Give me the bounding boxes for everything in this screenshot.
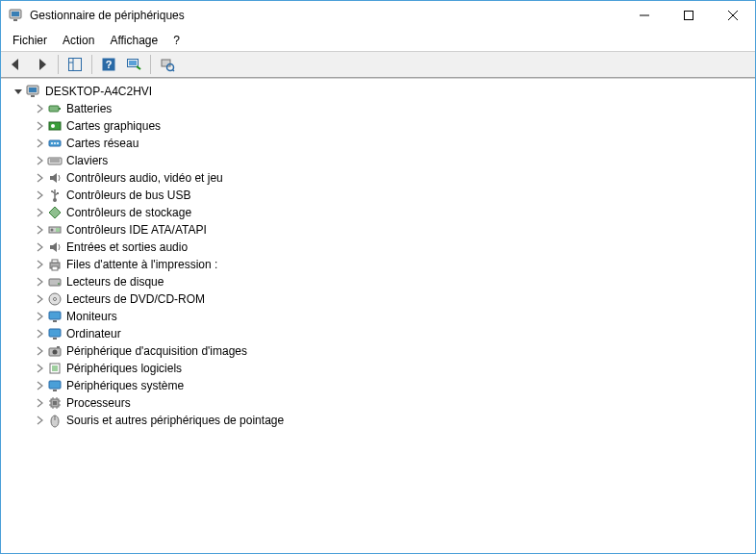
chevron-right-icon[interactable] — [34, 155, 45, 166]
chevron-right-icon[interactable] — [34, 328, 45, 340]
tree-node[interactable]: Contrôleurs de stockage — [7, 204, 755, 221]
ide-icon — [47, 222, 63, 238]
tree-root-label: DESKTOP-A4C2HVI — [45, 85, 152, 98]
svg-rect-48 — [53, 338, 57, 340]
svg-rect-46 — [53, 320, 57, 322]
tree-node[interactable]: Entrées et sorties audio — [7, 239, 755, 256]
tree-node[interactable]: Files d'attente à l'impression : — [7, 256, 755, 273]
tree-node[interactable]: Cartes réseau — [7, 135, 755, 152]
tree-node[interactable]: Périphériques système — [7, 377, 755, 394]
tree-node-label: Processeurs — [66, 396, 131, 410]
audio-io-icon — [47, 239, 63, 255]
computer-tree-icon — [9, 8, 24, 23]
camera-icon — [47, 343, 63, 359]
svg-rect-55 — [53, 390, 57, 391]
tree-node[interactable]: Contrôleurs audio, vidéo et jeu — [7, 169, 755, 187]
tree-node-label: Périphériques logiciels — [66, 362, 182, 375]
computer-icon — [47, 326, 63, 341]
usb-icon — [47, 188, 63, 203]
svg-rect-40 — [52, 266, 58, 270]
tree-node[interactable]: Ordinateur — [7, 325, 755, 342]
chevron-right-icon[interactable] — [34, 397, 45, 409]
scan-hardware-button[interactable] — [122, 54, 145, 75]
forward-button[interactable] — [30, 54, 53, 75]
tree-node[interactable]: Lecteurs de DVD/CD-ROM — [7, 290, 755, 308]
tree-node[interactable]: Batteries — [7, 100, 755, 117]
tree-node[interactable]: Cartes graphiques — [7, 117, 755, 135]
properties-button[interactable] — [156, 54, 179, 75]
chevron-right-icon[interactable] — [34, 207, 45, 218]
menu-view[interactable]: Affichage — [102, 32, 165, 49]
svg-rect-47 — [49, 329, 61, 337]
chevron-right-icon[interactable] — [34, 380, 45, 391]
window-title: Gestionnaire de périphériques — [30, 9, 622, 22]
tree-node-label: Moniteurs — [66, 310, 117, 323]
svg-rect-13 — [129, 61, 137, 65]
tree-node-label: Lecteurs de disque — [66, 275, 164, 289]
show-hide-tree-button[interactable] — [63, 54, 87, 75]
printer-icon — [47, 257, 63, 272]
chevron-right-icon[interactable] — [34, 259, 45, 270]
tree-node[interactable]: Processeurs — [7, 394, 755, 412]
chevron-right-icon[interactable] — [34, 103, 45, 114]
chevron-right-icon[interactable] — [34, 241, 45, 253]
device-tree[interactable]: DESKTOP-A4C2HVI BatteriesCartes graphiqu… — [1, 78, 755, 553]
tree-node-label: Cartes graphiques — [66, 119, 161, 133]
svg-point-33 — [51, 190, 53, 192]
toolbar: ? — [1, 51, 755, 78]
chevron-down-icon[interactable] — [13, 86, 24, 97]
minimize-button[interactable] — [622, 1, 667, 30]
menu-help[interactable]: ? — [165, 32, 188, 49]
chevron-right-icon[interactable] — [34, 189, 45, 201]
svg-point-23 — [51, 124, 55, 128]
tree-node[interactable]: Lecteurs de disque — [7, 273, 755, 290]
battery-icon — [47, 101, 63, 116]
chevron-right-icon[interactable] — [34, 224, 45, 236]
svg-rect-18 — [29, 88, 37, 92]
chevron-right-icon[interactable] — [34, 363, 45, 374]
svg-point-36 — [51, 229, 54, 232]
tree-node-label: Contrôleurs de bus USB — [66, 189, 190, 202]
tree-node-label: Contrôleurs de stockage — [66, 206, 191, 219]
help-button[interactable]: ? — [97, 54, 120, 75]
back-button[interactable] — [5, 54, 28, 75]
tree-node[interactable]: Périphérique d'acquisition d'images — [7, 342, 755, 360]
tree-node-label: Ordinateur — [66, 327, 121, 340]
computer-icon — [26, 84, 41, 99]
tree-node-label: Cartes réseau — [66, 137, 139, 150]
mouse-icon — [47, 413, 63, 428]
menu-file[interactable]: Fichier — [5, 32, 55, 49]
tree-node[interactable]: Périphériques logiciels — [7, 360, 755, 377]
window-controls — [622, 1, 755, 30]
chevron-right-icon[interactable] — [34, 172, 45, 184]
svg-rect-20 — [49, 106, 59, 112]
chevron-right-icon[interactable] — [34, 138, 45, 149]
tree-root-node[interactable]: DESKTOP-A4C2HVI — [7, 83, 755, 100]
chevron-right-icon[interactable] — [34, 120, 45, 132]
svg-rect-34 — [57, 192, 59, 194]
chevron-right-icon[interactable] — [34, 345, 45, 357]
menu-action[interactable]: Action — [55, 32, 102, 49]
tree-node-label: Batteries — [66, 102, 112, 115]
chevron-right-icon[interactable] — [34, 415, 45, 426]
keyboard-icon — [47, 153, 63, 168]
chevron-right-icon[interactable] — [34, 311, 45, 322]
tree-node[interactable]: Contrôleurs IDE ATA/ATAPI — [7, 221, 755, 239]
tree-node[interactable]: Claviers — [7, 152, 755, 169]
chevron-right-icon[interactable] — [34, 293, 45, 305]
monitor-icon — [47, 309, 63, 324]
svg-rect-53 — [52, 365, 58, 371]
tree-node[interactable]: Souris et autres périphériques de pointa… — [7, 412, 755, 429]
svg-rect-45 — [49, 312, 61, 319]
tree-node[interactable]: Contrôleurs de bus USB — [7, 187, 755, 204]
close-button[interactable] — [711, 1, 755, 30]
device-manager-window: Gestionnaire de périphériques Fichier Ac… — [0, 0, 756, 554]
svg-rect-57 — [53, 401, 57, 405]
software-icon — [47, 361, 63, 376]
svg-point-26 — [54, 142, 56, 144]
svg-point-42 — [58, 283, 60, 285]
chevron-right-icon[interactable] — [34, 276, 45, 288]
maximize-button[interactable] — [667, 1, 711, 30]
svg-rect-7 — [69, 59, 82, 71]
tree-node[interactable]: Moniteurs — [7, 308, 755, 325]
